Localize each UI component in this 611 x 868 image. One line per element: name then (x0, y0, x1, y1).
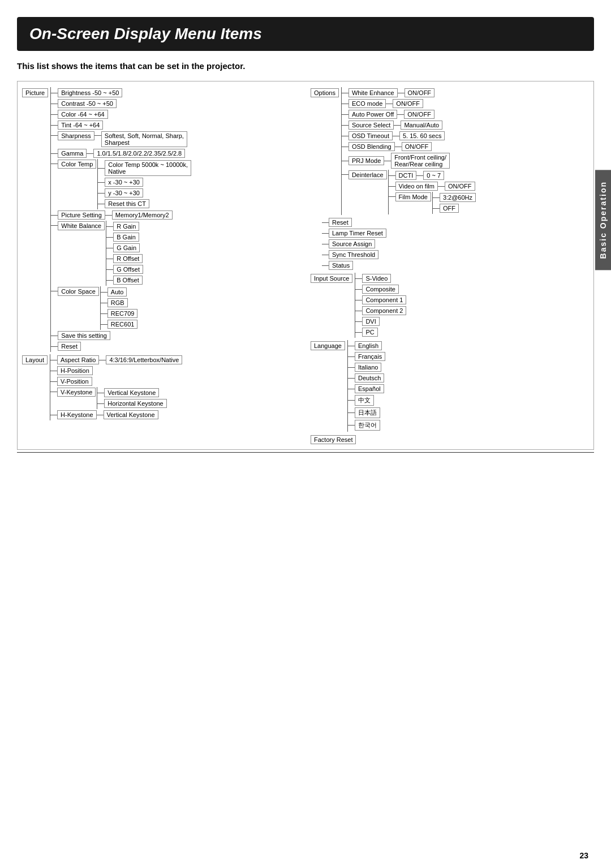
auto-power-off-item: Auto Power Off (348, 110, 397, 119)
prj-mode-item: PRJ Mode (348, 156, 384, 165)
picture-reset-item: Reset (58, 342, 81, 351)
bottom-divider (17, 452, 594, 453)
sharpness-values: Softest, Soft, Normal, Sharp,Sharpest (101, 131, 187, 147)
film-mode-3260: 3:2@60Hz (440, 193, 476, 202)
brightness-item: Brightness -50 ~ +50 (58, 88, 122, 97)
input-source-tree: Input Source S-Video Composite Component… (311, 273, 589, 338)
colortemp-reset: Reset this CT (105, 199, 149, 208)
cs-rgb: RGB (107, 298, 128, 307)
pc-item: PC (362, 328, 377, 337)
source-select-item: Source Select (348, 121, 394, 130)
auto-power-off-values: ON/OFF (404, 110, 434, 119)
aspect-ratio-values: 4:3/16:9/Letterbox/Native (106, 355, 182, 364)
osd-blending-values: ON/OFF (402, 142, 432, 151)
film-mode-off: OFF (440, 204, 459, 213)
main-diagram: Picture Brightness -50 ~ +50 Contrast -5… (17, 81, 594, 450)
page-number: 23 (579, 851, 588, 860)
composite-item: Composite (362, 285, 399, 294)
white-enhance-values: ON/OFF (405, 88, 435, 97)
reset-item: Reset (329, 218, 352, 227)
cs-rec601: REC601 (107, 320, 138, 329)
picture-setting-item: Picture Setting (58, 210, 105, 220)
dcti-item: DCTI (395, 171, 417, 180)
lang-chinese: 中文 (355, 395, 374, 406)
osd-timeout-values: 5. 15. 60 secs (399, 131, 445, 140)
wb-ggain: G Gain (113, 243, 140, 252)
lang-japanese: 日本語 (355, 407, 380, 418)
source-select-values: Manual/Auto (401, 121, 442, 130)
picture-root-label: Picture (22, 88, 48, 97)
picture-setting-values: Memory1/Memory2 (112, 210, 173, 220)
tint-item: Tint -64 ~ +64 (58, 121, 103, 130)
save-setting-item: Save this setting (58, 331, 110, 340)
lamp-timer-reset-item: Lamp Timer Reset (329, 229, 386, 238)
lang-italiano: Italiano (355, 363, 381, 372)
sharpness-item: Sharpness (58, 131, 94, 140)
vkeystone-vertical: Vertical Keystone (104, 388, 159, 397)
lang-francais: Français (355, 352, 385, 361)
aspect-ratio-item: Aspect Ratio (57, 355, 99, 364)
wb-goffset: G Offset (113, 265, 143, 274)
deinterlace-item: Deinterlace (348, 170, 387, 179)
osd-blending-item: OSD Blending (348, 142, 395, 151)
lang-espanol: Español (355, 384, 384, 393)
wb-rgain: R Gain (113, 222, 139, 231)
white-enhance-item: White Enhance (348, 88, 398, 97)
factory-reset-item: Factory Reset (311, 435, 356, 444)
vposition-item: V-Position (57, 377, 92, 386)
other-options: Reset Lamp Timer Reset Source Assign Syn… (322, 217, 589, 270)
picture-tree: Picture Brightness -50 ~ +50 Contrast -5… (22, 87, 299, 352)
colortemp-item: Color Temp (58, 160, 96, 169)
colortemp-y: y -30 ~ +30 (105, 188, 143, 197)
sidebar-tab: Basic Operation (595, 170, 611, 270)
film-mode-item: Film Mode (395, 192, 431, 201)
status-item: Status (329, 261, 353, 270)
hkeystone-item: H-Keystone (57, 410, 96, 419)
wb-bgain: B Gain (113, 233, 139, 242)
header-bar: On-Screen Display Menu Items (17, 17, 594, 51)
right-diagram: Options White Enhance ON/OFF ECO mode ON… (311, 87, 589, 444)
options-root-label: Options (311, 88, 339, 97)
color-space-item: Color Space (58, 287, 99, 296)
layout-root-label: Layout (22, 355, 48, 364)
dvi-item: DVI (362, 317, 379, 326)
video-on-film-values: ON/OFF (445, 182, 475, 191)
colortemp-x: x -30 ~ +30 (105, 178, 143, 187)
video-on-film-item: Video on film (395, 182, 438, 191)
language-tree: Language English Français Italiano Deut (311, 340, 589, 432)
dcti-values: 0 ~ 7 (423, 171, 444, 180)
subtitle: This list shows the items that can be se… (17, 61, 594, 71)
left-diagram: Picture Brightness -50 ~ +50 Contrast -5… (22, 87, 299, 444)
lang-deutsch: Deutsch (355, 373, 384, 383)
hposition-item: H-Position (57, 366, 93, 375)
eco-mode-values: ON/OFF (393, 99, 423, 108)
layout-tree: Layout Aspect Ratio 4:3/16:9/Letterbox/N… (22, 354, 299, 420)
vkeystone-horizontal: Horizontal Keystone (104, 399, 166, 408)
component1-item: Component 1 (362, 295, 406, 304)
cs-auto: Auto (107, 287, 127, 297)
factory-reset-section: Factory Reset (311, 435, 589, 444)
gamma-item: Gamma (58, 149, 87, 158)
prj-mode-values: Front/Front ceiling/Rear/Rear ceiling (391, 153, 450, 169)
wb-roffset: R Offset (113, 254, 143, 263)
color-item: Color -64 ~ +64 (58, 110, 107, 119)
gamma-values: 1.0/1.5/1.8/2.0/2.2/2.35/2.5/2.8 (93, 149, 185, 158)
lang-english: English (355, 341, 382, 350)
contrast-item: Contrast -50 ~ +50 (58, 99, 117, 108)
component2-item: Component 2 (362, 306, 406, 315)
osd-timeout-item: OSD Timeout (348, 131, 393, 140)
colortemp-range: Color Temp 5000k ~ 10000k,Native (105, 160, 191, 176)
language-root-label: Language (311, 341, 345, 350)
svideo-item: S-Video (362, 274, 391, 283)
cs-rec709: REC709 (107, 309, 138, 318)
sync-threshold-item: Sync Threshold (329, 250, 378, 259)
lang-korean: 한국어 (355, 420, 380, 431)
input-source-root-label: Input Source (311, 274, 352, 283)
white-balance-item: White Balance (58, 221, 105, 230)
wb-boffset: B Offset (113, 276, 143, 285)
source-assign-item: Source Assign (329, 239, 375, 248)
options-tree: Options White Enhance ON/OFF ECO mode ON… (311, 87, 589, 215)
eco-mode-item: ECO mode (348, 99, 386, 108)
vkeystone-item: V-Keystone (57, 388, 96, 397)
page-title: On-Screen Display Menu Items (29, 25, 582, 43)
